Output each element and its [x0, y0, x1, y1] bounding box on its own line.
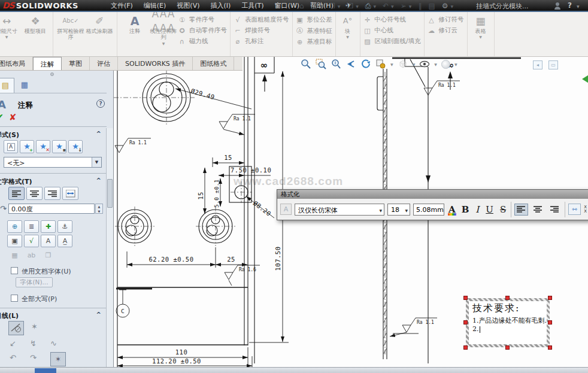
handle-mid-right[interactable]	[548, 320, 552, 325]
undo-caret-icon[interactable]: ▼	[391, 4, 394, 8]
menu-edit[interactable]: 编辑(E)	[144, 1, 166, 10]
magnetic-line-button[interactable]: ∩磁力线	[178, 37, 227, 46]
ra-label-5[interactable]: Ra 1.1	[417, 320, 434, 325]
formatting-toolbar-title[interactable]: 格式化	[277, 190, 588, 199]
task-pane-collapse-icon[interactable]: ◂	[533, 60, 542, 69]
zoom-to-area-icon[interactable]	[316, 59, 326, 69]
linear-note-pattern-caret-icon[interactable]: ▼	[162, 42, 165, 46]
ra-label-1[interactable]: Ra 1.1	[129, 140, 147, 145]
hide-show-items-eye-icon[interactable]	[419, 59, 430, 69]
dim-110[interactable]: 110	[175, 348, 187, 356]
ft-stacked-text-button[interactable]: XX	[584, 205, 587, 214]
print-icon[interactable]: ⎙	[365, 2, 371, 10]
centerline-button[interactable]: ◫中心线	[363, 26, 421, 35]
center-mark-button[interactable]: ✛中心符号线	[363, 16, 421, 24]
font-height-field[interactable]: 5.08mm	[413, 204, 444, 216]
panel-help-icon[interactable]: ?	[96, 99, 105, 108]
tab-sketch[interactable]: 草图	[62, 57, 90, 70]
datum-target-button[interactable]: ⊕基准目标	[296, 38, 332, 46]
datum-feature-button[interactable]: Ⓐ基准特征	[296, 26, 332, 35]
arc-left-leader-button[interactable]: ↶	[10, 353, 16, 362]
bold-button[interactable]: B	[460, 204, 471, 215]
justify-button[interactable]	[62, 187, 78, 200]
hole-callout-button[interactable]: ⌀孔标注	[234, 37, 289, 46]
blocks-caret-icon[interactable]: ▼	[346, 35, 349, 40]
section-caret-icon[interactable]: ▼	[390, 62, 393, 66]
task-pane-panel-icon[interactable]: ▭	[548, 60, 558, 69]
load-style-button[interactable]: ★↓	[68, 140, 83, 153]
property-manager-tab[interactable]: ▤	[0, 78, 14, 93]
leader-collapse-icon[interactable]: ^	[96, 311, 101, 318]
dim-5-0[interactable]: 5.0 ±0.1	[214, 179, 220, 207]
open-caret-icon[interactable]: ▼	[338, 4, 341, 8]
style-dropdown[interactable]: <无> ▼	[4, 157, 102, 168]
align-center-button[interactable]	[26, 187, 43, 200]
options-caret-icon[interactable]: ▼	[451, 4, 454, 8]
handle-top-left[interactable]	[463, 296, 468, 300]
undo-icon[interactable]: ↶	[383, 2, 389, 10]
angle-field[interactable]: 0.00度	[8, 204, 95, 214]
handle-bottom-center[interactable]	[505, 345, 510, 350]
note-text-area[interactable]: 技术要求: 1.产品边缘处不能有毛刺. 2.	[469, 301, 547, 344]
save-style-button[interactable]: ★▪	[52, 140, 66, 153]
rebuild-icon[interactable]: ∥	[418, 2, 422, 10]
dim-62-20[interactable]: 62.20 ±0.50	[148, 256, 193, 263]
font-name-caret-icon[interactable]: ▼	[379, 208, 382, 213]
ra-label-2[interactable]: Ra 1.1	[234, 116, 251, 122]
panel-scrollbar-thumb[interactable]	[107, 179, 113, 208]
previous-view-icon[interactable]	[345, 59, 356, 69]
spell-checker-button[interactable]: Abc✓ 拼写检验程序	[56, 14, 85, 41]
zoom-in-out-icon[interactable]	[331, 59, 341, 69]
weld-symbol-button[interactable]: ⌐焊接符号	[234, 26, 289, 35]
handle-bottom-left[interactable]	[463, 345, 468, 350]
auto-balloon-button[interactable]: ✪自动零件序号	[178, 26, 227, 35]
menu-window[interactable]: 窗口(W)	[275, 1, 299, 10]
font-size-caret-icon[interactable]: ▼	[405, 208, 408, 213]
delete-style-button[interactable]: ★✕	[36, 140, 50, 153]
tables-caret-icon[interactable]: ▼	[479, 35, 482, 40]
panel-splitter-dot[interactable]	[50, 72, 54, 76]
print-caret-icon[interactable]: ▼	[373, 4, 376, 8]
dim-15-v[interactable]: 15	[197, 192, 204, 200]
underline-button[interactable]: U	[484, 204, 495, 215]
tab-annotation[interactable]: 注解	[33, 57, 62, 70]
style-collapse-icon[interactable]: ^	[96, 131, 101, 137]
tab-evaluate[interactable]: 评估	[90, 57, 118, 70]
menu-file[interactable]: 文件(F)	[111, 1, 133, 10]
geometric-tolerance-button[interactable]: ▣形位公差	[296, 16, 332, 24]
model-items-button[interactable]: ❖ 模型项目	[21, 14, 50, 34]
insert-hyperlink-button[interactable]: ⊕	[7, 220, 22, 233]
fit-text-button[interactable]: A̲	[57, 235, 72, 247]
tables-button[interactable]: ▦ 表格 ▼	[471, 14, 491, 40]
arc-right-leader-button[interactable]: ↷	[30, 353, 37, 362]
lock-anchor-button[interactable]: ⚓	[57, 220, 72, 233]
multi-jog-leader-button[interactable]: ✶	[50, 352, 66, 366]
display-style-sphere-icon[interactable]	[441, 60, 450, 69]
dim-112-20[interactable]: 112.20 ±0.50	[152, 357, 201, 365]
display-style-caret-icon[interactable]: ▼	[454, 62, 457, 66]
ft-justify-button[interactable]: ⇿	[568, 204, 581, 215]
handle-top-center[interactable]	[505, 296, 510, 300]
view-orientation-caret-icon[interactable]: ▼	[413, 62, 416, 66]
menu-tools[interactable]: 工具(T)	[241, 1, 263, 10]
align-right-button[interactable]	[44, 187, 60, 200]
area-hatch-button[interactable]: ▨区域剖面线/填充	[363, 37, 421, 46]
smart-dimension-button[interactable]: ↔ 智能尺寸 ▼	[0, 14, 21, 40]
open-icon[interactable]: ❐	[329, 2, 335, 10]
dim-15-h[interactable]: 15	[224, 154, 232, 161]
dim-107-50[interactable]: 107.50	[274, 247, 281, 271]
note-button[interactable]: A 注释	[120, 14, 149, 34]
save-caret-icon[interactable]: ▼	[356, 4, 359, 8]
tab-solidworks-addins[interactable]: SOLIDWORKS 插件	[118, 57, 193, 70]
login-person-icon[interactable]	[554, 2, 561, 10]
revision-symbol-button[interactable]: △修订符号	[428, 16, 464, 24]
configuration-tab[interactable]: ▦	[16, 78, 34, 93]
bent-leader-button[interactable]: ↯	[30, 339, 37, 348]
italic-button[interactable]: I	[474, 204, 481, 215]
balloon-button[interactable]: ①零件序号	[178, 16, 227, 24]
select-icon[interactable]: ➢	[401, 2, 407, 10]
panel-scrollbar[interactable]	[106, 128, 113, 368]
style-dropdown-caret-icon[interactable]: ▼	[92, 157, 101, 167]
ra-label-4[interactable]: Ra 1.6	[239, 267, 256, 272]
smart-dimension-caret-icon[interactable]: ▼	[5, 35, 8, 40]
